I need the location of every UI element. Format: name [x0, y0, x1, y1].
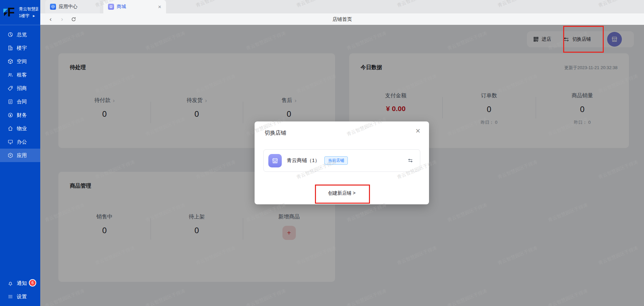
- app-cube-icon: [7, 152, 13, 158]
- monitor-icon: [7, 139, 13, 145]
- tag-icon: [7, 85, 13, 91]
- sidebar-item-settings[interactable]: 设置: [0, 290, 40, 303]
- brand-building-switcher[interactable]: 1楼宇 ▶: [19, 13, 38, 19]
- building-icon: [7, 45, 13, 51]
- create-new-store-link[interactable]: 创建新店铺 >: [255, 190, 429, 196]
- switch-store-modal: 切换店铺 × 青云商铺（1） 当前店铺 创建新店铺 >: [255, 121, 429, 204]
- sidebar-item-spaces[interactable]: 空间: [0, 55, 40, 68]
- tab-app-center[interactable]: 应用中心: [45, 0, 100, 13]
- tab-bar: 应用中心 商城 ×: [40, 0, 644, 13]
- tab-close-icon[interactable]: ×: [158, 4, 161, 10]
- expand-arrow-icon: ▶: [33, 14, 35, 17]
- sidebar-item-overview[interactable]: 总览: [0, 28, 40, 41]
- brand-logo-icon: F: [3, 6, 17, 19]
- tab-mall[interactable]: 商城 ×: [103, 0, 166, 13]
- current-store-badge: 当前店铺: [324, 156, 348, 165]
- home-icon: [7, 125, 13, 132]
- sidebar-item-property[interactable]: 物业: [0, 122, 40, 135]
- page-title: 店铺首页: [40, 16, 644, 22]
- sidebar-item-finance[interactable]: 财务: [0, 108, 40, 122]
- brand: F 青云智慧园 1楼宇 ▶: [0, 0, 40, 25]
- notification-badge: 6: [29, 279, 36, 287]
- store-name: 青云商铺（1）: [287, 157, 320, 164]
- sidebar-item-apps[interactable]: 应用: [0, 149, 40, 162]
- mall-icon: [108, 4, 114, 10]
- app-center-icon: [50, 4, 56, 10]
- sidebar-item-office[interactable]: 办公: [0, 135, 40, 149]
- menu-lines-icon: [7, 294, 13, 300]
- sidebar-item-buildings[interactable]: 楼宇: [0, 41, 40, 55]
- sidebar-item-contracts[interactable]: 合同: [0, 95, 40, 108]
- swap-icon[interactable]: [408, 158, 413, 163]
- people-icon: [7, 72, 13, 78]
- cube-icon: [7, 58, 13, 64]
- brand-name: 青云智慧园: [19, 6, 38, 12]
- sidebar: F 青云智慧园 1楼宇 ▶ 总览 楼宇 空间 租客 招商: [0, 0, 40, 306]
- document-icon: [7, 99, 13, 105]
- sidebar-item-tenants[interactable]: 租客: [0, 68, 40, 82]
- yuan-coin-icon: [7, 112, 13, 118]
- sidebar-item-notifications[interactable]: 通知 6: [0, 276, 40, 290]
- sidebar-item-investment[interactable]: 招商: [0, 82, 40, 95]
- browser-toolbar: ‹ › 店铺首页: [40, 13, 644, 25]
- sidebar-menu: 总览 楼宇 空间 租客 招商 合同 财务 物业: [0, 25, 40, 162]
- bell-icon: [7, 280, 13, 286]
- modal-close-icon[interactable]: ×: [416, 127, 420, 135]
- store-list-item[interactable]: 青云商铺（1） 当前店铺: [263, 149, 420, 172]
- store-icon: [268, 154, 282, 167]
- pie-chart-icon: [7, 32, 13, 38]
